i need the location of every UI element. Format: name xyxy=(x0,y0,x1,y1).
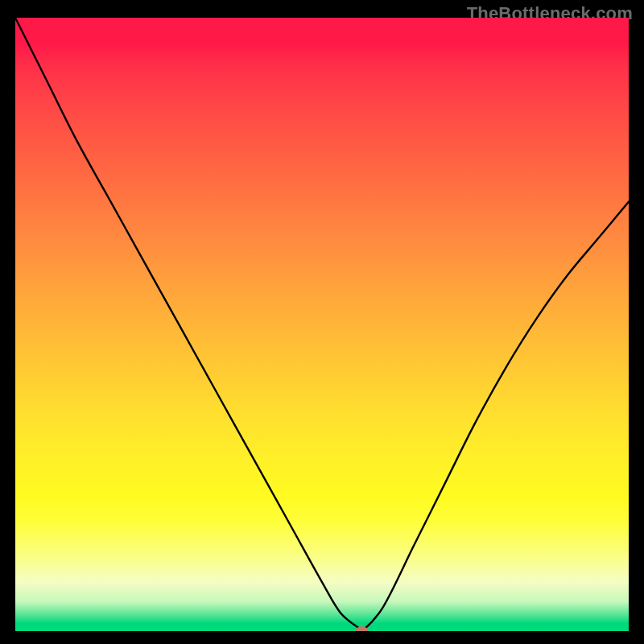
chart-frame: TheBottleneck.com xyxy=(0,0,644,644)
curve-path xyxy=(15,18,629,631)
bottleneck-curve xyxy=(15,18,629,631)
plot-area xyxy=(15,18,629,631)
